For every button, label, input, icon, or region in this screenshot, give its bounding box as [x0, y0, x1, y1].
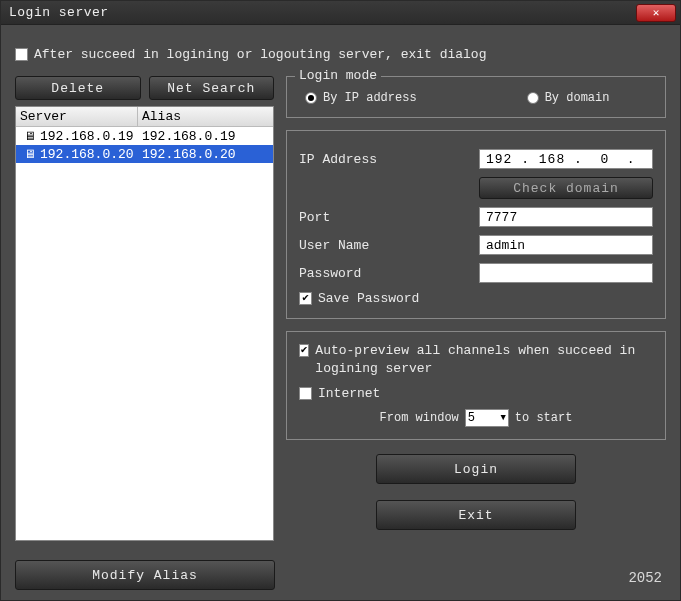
action-buttons: Login Exit: [286, 454, 666, 530]
chevron-down-icon: ▼: [500, 413, 505, 423]
from-window-value: 5: [468, 411, 475, 425]
close-button[interactable]: ✕: [636, 4, 676, 22]
radio-by-ip[interactable]: By IP address: [305, 91, 417, 105]
list-item[interactable]: 🖥 192.168.0.19 192.168.0.19: [16, 127, 273, 145]
internet-checkbox[interactable]: [299, 387, 312, 400]
save-password-label: Save Password: [318, 291, 419, 306]
port-input[interactable]: [479, 207, 653, 227]
close-icon: ✕: [653, 6, 660, 19]
auto-preview-label: Auto-preview all channels when succeed i…: [315, 342, 653, 378]
content-area: After succeed in logining or logouting s…: [1, 25, 680, 549]
login-mode-radios: By IP address By domain: [305, 91, 653, 105]
ip-row: IP Address: [299, 149, 653, 169]
footer-number: 2052: [628, 570, 662, 586]
right-column: Login mode By IP address By domain: [286, 76, 666, 541]
check-domain-row: Check domain: [299, 177, 653, 199]
username-row: User Name: [299, 235, 653, 255]
internet-label: Internet: [318, 386, 380, 401]
login-mode-legend: Login mode: [295, 68, 381, 83]
alias-cell: 192.168.0.19: [138, 127, 273, 146]
server-list[interactable]: Server Alias 🖥 192.168.0.19 192.168.0.19…: [15, 106, 274, 541]
main-columns: Delete Net Search Server Alias 🖥 192.168…: [15, 76, 666, 541]
header-server[interactable]: Server: [16, 107, 138, 126]
exit-button[interactable]: Exit: [376, 500, 576, 530]
ip-label: IP Address: [299, 152, 479, 167]
password-input[interactable]: [479, 263, 653, 283]
port-row: Port: [299, 207, 653, 227]
net-search-button[interactable]: Net Search: [149, 76, 275, 100]
port-label: Port: [299, 210, 479, 225]
header-alias[interactable]: Alias: [138, 107, 273, 126]
left-button-row: Delete Net Search: [15, 76, 274, 100]
radio-dot-icon: [527, 92, 539, 104]
auto-preview-checkbox[interactable]: [299, 344, 309, 357]
from-window-row: From window 5 ▼ to start: [299, 409, 653, 427]
server-cell: 192.168.0.20: [40, 147, 134, 162]
credentials-fieldset: IP Address Check domain Port User Name: [286, 130, 666, 319]
server-icon: 🖥: [22, 146, 38, 162]
from-window-suffix: to start: [515, 411, 573, 425]
alias-cell: 192.168.0.20: [138, 145, 273, 164]
server-cell: 192.168.0.19: [40, 129, 134, 144]
internet-row: Internet: [299, 386, 653, 401]
radio-by-domain-label: By domain: [545, 91, 610, 105]
ip-input[interactable]: [479, 149, 653, 169]
username-input[interactable]: [479, 235, 653, 255]
window-title: Login server: [9, 5, 109, 20]
delete-button[interactable]: Delete: [15, 76, 141, 100]
username-label: User Name: [299, 238, 479, 253]
bottom-bar: Modify Alias 2052: [15, 560, 666, 590]
login-server-window: Login server ✕ After succeed in logining…: [0, 0, 681, 601]
left-column: Delete Net Search Server Alias 🖥 192.168…: [15, 76, 274, 541]
from-window-prefix: From window: [380, 411, 459, 425]
titlebar: Login server ✕: [1, 1, 680, 25]
login-button[interactable]: Login: [376, 454, 576, 484]
exit-after-row: After succeed in logining or logouting s…: [15, 47, 666, 62]
password-label: Password: [299, 266, 479, 281]
list-header: Server Alias: [16, 107, 273, 127]
radio-by-domain[interactable]: By domain: [527, 91, 610, 105]
from-window-select[interactable]: 5 ▼: [465, 409, 509, 427]
exit-after-checkbox[interactable]: [15, 48, 28, 61]
radio-dot-icon: [305, 92, 317, 104]
options-fieldset: Auto-preview all channels when succeed i…: [286, 331, 666, 440]
server-icon: 🖥: [22, 128, 38, 144]
exit-after-label: After succeed in logining or logouting s…: [34, 47, 486, 62]
password-row: Password: [299, 263, 653, 283]
modify-alias-button[interactable]: Modify Alias: [15, 560, 275, 590]
save-password-checkbox[interactable]: [299, 292, 312, 305]
check-domain-button[interactable]: Check domain: [479, 177, 653, 199]
radio-by-ip-label: By IP address: [323, 91, 417, 105]
save-password-row: Save Password: [299, 291, 653, 306]
auto-preview-row: Auto-preview all channels when succeed i…: [299, 342, 653, 378]
login-mode-fieldset: Login mode By IP address By domain: [286, 76, 666, 118]
list-item[interactable]: 🖥 192.168.0.20 192.168.0.20: [16, 145, 273, 163]
